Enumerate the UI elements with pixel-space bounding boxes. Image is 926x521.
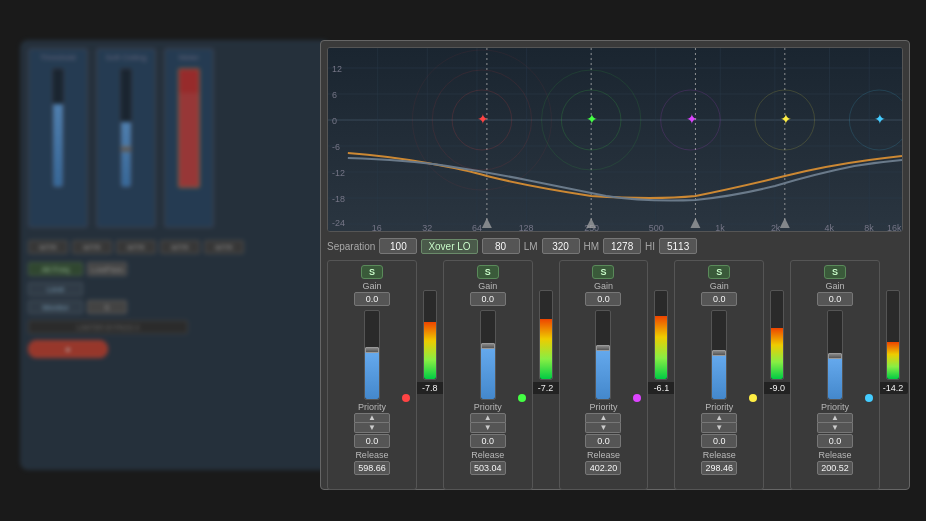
lm-input[interactable] bbox=[542, 238, 580, 254]
band-4-release-label: Release bbox=[703, 450, 736, 460]
background-panel: Threshold Soft Ceiling Meter MTR MTR MTR… bbox=[20, 40, 330, 470]
svg-text:-18: -18 bbox=[332, 194, 345, 204]
band-3: S Gain Priority ▲ ▼ Release bbox=[559, 260, 649, 490]
band-3-priority-label: Priority bbox=[589, 402, 617, 412]
band-1-priority-label: Priority bbox=[358, 402, 386, 412]
band-5-release-label: Release bbox=[819, 450, 852, 460]
meter-bar-3 bbox=[654, 290, 668, 380]
hm-input[interactable] bbox=[603, 238, 641, 254]
svg-text:1k: 1k bbox=[715, 223, 725, 231]
xover-lo-tab[interactable]: Xover LO bbox=[421, 239, 477, 254]
band-4-priority-input[interactable] bbox=[701, 434, 737, 448]
meter-val-5: -14.2 bbox=[878, 382, 908, 394]
band-4-priority-down[interactable]: ▼ bbox=[701, 423, 737, 433]
svg-text:4k: 4k bbox=[825, 223, 835, 231]
band-5-priority-spin: ▲ ▼ bbox=[817, 413, 853, 433]
band-2-release-input[interactable] bbox=[470, 461, 506, 475]
band-1-priority-input[interactable] bbox=[354, 434, 390, 448]
band-1: S Gain Priority ▲ ▼ Release bbox=[327, 260, 417, 490]
svg-text:-6: -6 bbox=[332, 142, 340, 152]
band-2-priority-input[interactable] bbox=[470, 434, 506, 448]
svg-text:0: 0 bbox=[332, 116, 337, 126]
svg-text:✦: ✦ bbox=[780, 111, 792, 127]
band-2-priority-spin: ▲ ▼ bbox=[470, 413, 506, 433]
band-2-priority-up[interactable]: ▲ bbox=[470, 413, 506, 423]
band-1-priority-down[interactable]: ▼ bbox=[354, 423, 390, 433]
band-3-solo-btn[interactable]: S bbox=[592, 265, 614, 279]
controls-row: Separation Xover LO LM HM HI bbox=[327, 238, 903, 254]
band-4-priority-up[interactable]: ▲ bbox=[701, 413, 737, 423]
svg-text:16k: 16k bbox=[887, 223, 902, 231]
band-2-release-label: Release bbox=[471, 450, 504, 460]
eq-display: 12 6 0 -6 -12 -18 -24 16 32 64 128 250 5… bbox=[327, 47, 903, 232]
meter-val-4: -9.0 bbox=[762, 382, 792, 394]
band-2-gain-input[interactable] bbox=[470, 292, 506, 306]
hm-label: HM bbox=[584, 241, 600, 252]
svg-text:✦: ✦ bbox=[586, 111, 598, 127]
band-5-release-input[interactable] bbox=[817, 461, 853, 475]
band-1-solo-btn[interactable]: S bbox=[361, 265, 383, 279]
bands-container: S Gain Priority ▲ ▼ Release bbox=[327, 260, 903, 490]
svg-text:✦: ✦ bbox=[477, 111, 489, 127]
band-1-gain-label: Gain bbox=[362, 281, 381, 291]
band-2-priority-label: Priority bbox=[474, 402, 502, 412]
meter-val-3: -6.1 bbox=[646, 382, 676, 394]
band-2-gain-label: Gain bbox=[478, 281, 497, 291]
meter-bar-4 bbox=[770, 290, 784, 380]
band-4-priority-label: Priority bbox=[705, 402, 733, 412]
band-5: S Gain Priority ▲ ▼ Release bbox=[790, 260, 880, 490]
separation-input[interactable] bbox=[379, 238, 417, 254]
band-5-priority-up[interactable]: ▲ bbox=[817, 413, 853, 423]
band-4-release-input[interactable] bbox=[701, 461, 737, 475]
band-2-priority-down[interactable]: ▼ bbox=[470, 423, 506, 433]
svg-text:32: 32 bbox=[422, 223, 432, 231]
output-meter-4: -9.0 bbox=[767, 260, 787, 490]
band-1-gain-input[interactable] bbox=[354, 292, 390, 306]
band-3-priority-spin: ▲ ▼ bbox=[585, 413, 621, 433]
output-meter-3: -6.1 bbox=[651, 260, 671, 490]
band-3-gain-label: Gain bbox=[594, 281, 613, 291]
band-3-priority-input[interactable] bbox=[585, 434, 621, 448]
svg-text:500: 500 bbox=[649, 223, 664, 231]
hi-label: HI bbox=[645, 241, 655, 252]
band-3-release-input[interactable] bbox=[585, 461, 621, 475]
svg-text:8k: 8k bbox=[864, 223, 874, 231]
hi-input[interactable] bbox=[659, 238, 697, 254]
band-3-priority-down[interactable]: ▼ bbox=[585, 423, 621, 433]
band-1-priority-up[interactable]: ▲ bbox=[354, 413, 390, 423]
band-3-priority-up[interactable]: ▲ bbox=[585, 413, 621, 423]
band-5-solo-btn[interactable]: S bbox=[824, 265, 846, 279]
svg-text:-12: -12 bbox=[332, 168, 345, 178]
meter-bar-2 bbox=[539, 290, 553, 380]
svg-text:128: 128 bbox=[519, 223, 534, 231]
band-5-fader[interactable] bbox=[827, 310, 843, 400]
band-2-fader[interactable] bbox=[480, 310, 496, 400]
band-3-release-label: Release bbox=[587, 450, 620, 460]
band-5-priority-input[interactable] bbox=[817, 434, 853, 448]
band-5-priority-down[interactable]: ▼ bbox=[817, 423, 853, 433]
band-4-gain-label: Gain bbox=[710, 281, 729, 291]
band-5-priority-label: Priority bbox=[821, 402, 849, 412]
band-4-priority-spin: ▲ ▼ bbox=[701, 413, 737, 433]
svg-text:64: 64 bbox=[472, 223, 482, 231]
meter-bar-5 bbox=[886, 290, 900, 380]
band-4-gain-input[interactable] bbox=[701, 292, 737, 306]
output-meter-5: -14.2 bbox=[883, 260, 903, 490]
meter-val-1: -7.8 bbox=[415, 382, 445, 394]
band-2: S Gain Priority ▲ ▼ Release bbox=[443, 260, 533, 490]
band-4-fader[interactable] bbox=[711, 310, 727, 400]
output-meter-1: -7.8 bbox=[420, 260, 440, 490]
band-1-fader[interactable] bbox=[364, 310, 380, 400]
xover-lo-input[interactable] bbox=[482, 238, 520, 254]
band-4-solo-btn[interactable]: S bbox=[708, 265, 730, 279]
svg-text:-24: -24 bbox=[332, 218, 345, 228]
band-5-gain-input[interactable] bbox=[817, 292, 853, 306]
band-2-solo-btn[interactable]: S bbox=[477, 265, 499, 279]
svg-text:✦: ✦ bbox=[874, 111, 886, 127]
band-1-release-input[interactable] bbox=[354, 461, 390, 475]
band-3-gain-input[interactable] bbox=[585, 292, 621, 306]
band-3-fader[interactable] bbox=[595, 310, 611, 400]
separation-label: Separation bbox=[327, 241, 375, 252]
svg-rect-0 bbox=[328, 48, 902, 231]
svg-text:12: 12 bbox=[332, 64, 342, 74]
